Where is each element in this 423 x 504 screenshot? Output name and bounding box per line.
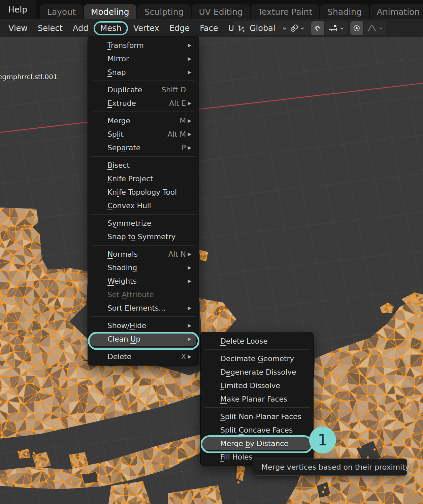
menu-item-knife-project[interactable]: Knife Project	[88, 172, 199, 185]
orientation-label: Global	[250, 24, 275, 33]
menu-item-label: Split	[107, 130, 124, 138]
header-menu-view[interactable]: View	[3, 22, 33, 35]
menu-item-shading[interactable]: Shading▶	[88, 261, 199, 274]
menu-separator	[91, 112, 195, 112]
menu-item-label: Make Planar Faces	[220, 395, 287, 403]
menu-item-label: Split Non-Planar Faces	[220, 412, 301, 421]
workspace-tab-texture-paint[interactable]: Texture Paint	[251, 4, 319, 19]
menu-item-sort-elements[interactable]: Sort Elements...▶	[88, 301, 199, 315]
header-menu-edge[interactable]: Edge	[164, 22, 195, 35]
menu-item-label: Knife Topology Tool	[107, 188, 177, 196]
proportional-falloff-dropdown[interactable]	[364, 21, 386, 35]
menu-item-label: Delete	[107, 352, 131, 361]
menu-item-label: Split Concave Faces	[220, 426, 293, 434]
menu-item-label: Sort Elements...	[107, 304, 165, 312]
menu-item-set-attribute[interactable]: Set Attribute	[88, 288, 199, 301]
menu-item-label: Symmetrize	[107, 219, 151, 227]
menu-item-symmetrize[interactable]: Symmetrize	[88, 216, 199, 230]
chevron-down-icon	[339, 26, 345, 31]
menu-item-label: Snap to Symmetry	[107, 232, 175, 241]
menu-item-split[interactable]: SplitAlt M▶	[88, 127, 199, 141]
submenu-item-split-concave-faces[interactable]: Split Concave Faces	[201, 423, 313, 437]
workspace-tab-sculpting[interactable]: Sculpting	[137, 4, 191, 19]
mesh-menu-dropdown: Transform▶Mirror▶Snap▶DuplicateShift DEx…	[88, 36, 199, 366]
proportional-circle-icon	[352, 24, 361, 33]
menu-item-shortcut: Alt E	[163, 99, 186, 107]
pivot-point-icon	[290, 24, 299, 33]
menu-item-label: Duplicate	[107, 86, 142, 94]
submenu-item-make-planar-faces[interactable]: Make Planar Faces	[201, 392, 313, 406]
transform-orientation-dropdown[interactable]: Global	[234, 21, 291, 35]
submenu-item-split-non-planar-faces[interactable]: Split Non-Planar Faces	[201, 410, 313, 423]
submenu-arrow-icon: ▶	[186, 336, 191, 342]
menu-item-separate[interactable]: SeparateP▶	[88, 141, 199, 154]
workspace-tab-animation[interactable]: Animation	[370, 4, 423, 19]
menu-item-label: Snap	[107, 68, 126, 76]
menu-item-bisect[interactable]: Bisect	[88, 158, 199, 172]
menu-item-merge[interactable]: MergeM▶	[88, 114, 199, 127]
proportional-editing-toggle[interactable]	[350, 21, 363, 35]
menu-item-label: Knife Project	[107, 175, 153, 183]
stray-vertex	[202, 254, 204, 256]
menu-item-weights[interactable]: Weights▶	[88, 274, 199, 288]
header-menu-vertex[interactable]: Vertex	[128, 22, 164, 35]
menu-item-show-hide[interactable]: Show/Hide▶	[88, 319, 199, 332]
header-menu-add[interactable]: Add	[68, 22, 93, 35]
cleanup-submenu: Delete LooseDecimate GeometryDegenerate …	[200, 332, 314, 466]
snap-increment-icon	[328, 23, 338, 33]
submenu-item-delete-loose[interactable]: Delete Loose	[201, 334, 313, 348]
submenu-item-degenerate-dissolve[interactable]: Degenerate Dissolve	[201, 365, 313, 379]
axis-x-line	[0, 83, 423, 133]
stray-vertex	[419, 377, 421, 379]
submenu-item-limited-dissolve[interactable]: Limited Dissolve	[201, 379, 313, 392]
menu-item-normals[interactable]: NormalsAlt N▶	[88, 247, 199, 261]
menu-separator	[91, 156, 195, 157]
header-menu-face[interactable]: Face	[195, 22, 223, 35]
submenu-arrow-icon: ▶	[186, 145, 191, 150]
menu-item-label: Limited Dissolve	[220, 381, 280, 390]
menu-item-label: Shading	[107, 263, 137, 272]
menu-item-extrude[interactable]: ExtrudeAlt E▶	[88, 96, 199, 110]
submenu-arrow-icon: ▶	[186, 354, 191, 359]
menu-item-snap[interactable]: Snap▶	[88, 65, 199, 79]
menu-item-snap-to-symmetry[interactable]: Snap to Symmetry	[88, 230, 199, 243]
menu-item-knife-topology-tool[interactable]: Knife Topology Tool	[88, 185, 199, 199]
workspace-tab-layout[interactable]: Layout	[40, 4, 83, 19]
submenu-arrow-icon: ▶	[186, 265, 191, 270]
pivot-point-dropdown[interactable]	[287, 21, 314, 35]
menu-item-shortcut: P	[175, 144, 186, 152]
stray-vertex	[420, 397, 422, 399]
menu-item-label: Mirror	[107, 55, 129, 63]
menu-item-duplicate[interactable]: DuplicateShift D	[88, 83, 199, 96]
workspace-tab-modeling[interactable]: Modeling	[84, 4, 136, 19]
submenu-item-decimate-geometry[interactable]: Decimate Geometry	[201, 352, 313, 365]
submenu-arrow-icon: ▶	[186, 100, 191, 106]
menu-item-label: Delete Loose	[220, 337, 268, 345]
menu-item-shortcut: Alt N	[162, 250, 186, 258]
workspace-tab-shading[interactable]: Shading	[320, 4, 369, 19]
snap-magnet-toggle[interactable]	[311, 21, 324, 35]
snap-with-dropdown[interactable]	[325, 21, 348, 35]
menu-item-label: Decimate Geometry	[220, 354, 294, 363]
menu-help[interactable]: Help	[0, 0, 36, 19]
header-menu-mesh[interactable]: Mesh	[94, 21, 128, 35]
menu-item-label: Convex Hull	[107, 201, 151, 210]
submenu-arrow-icon: ▶	[186, 42, 191, 48]
header-menu-select[interactable]: Select	[33, 22, 68, 35]
menu-item-convex-hull[interactable]: Convex Hull	[88, 199, 199, 212]
menu-item-delete[interactable]: DeleteX▶	[88, 350, 199, 363]
menu-item-clean-up[interactable]: Clean Up▶	[90, 332, 196, 346]
menu-item-label: Set Attribute	[107, 290, 154, 299]
tooltip-text: Merge vertices based on their proximity.	[261, 463, 411, 471]
menu-item-mirror[interactable]: Mirror▶	[88, 52, 199, 65]
submenu-item-merge-by-distance[interactable]: Merge by Distance	[203, 437, 311, 450]
workspace-tab-uv-editing[interactable]: UV Editing	[192, 4, 250, 19]
tooltip: Merge vertices based on their proximity.	[253, 459, 407, 476]
menu-item-label: Transform	[107, 41, 144, 50]
submenu-arrow-icon: ▶	[186, 118, 191, 123]
blender-window: egmphrrcl.stl.001 Help LayoutModelingScu…	[0, 0, 423, 504]
menu-item-transform[interactable]: Transform▶	[88, 38, 199, 52]
snapping-widget	[311, 21, 348, 35]
menu-separator	[91, 245, 195, 246]
menu-item-label: Merge	[107, 117, 130, 125]
